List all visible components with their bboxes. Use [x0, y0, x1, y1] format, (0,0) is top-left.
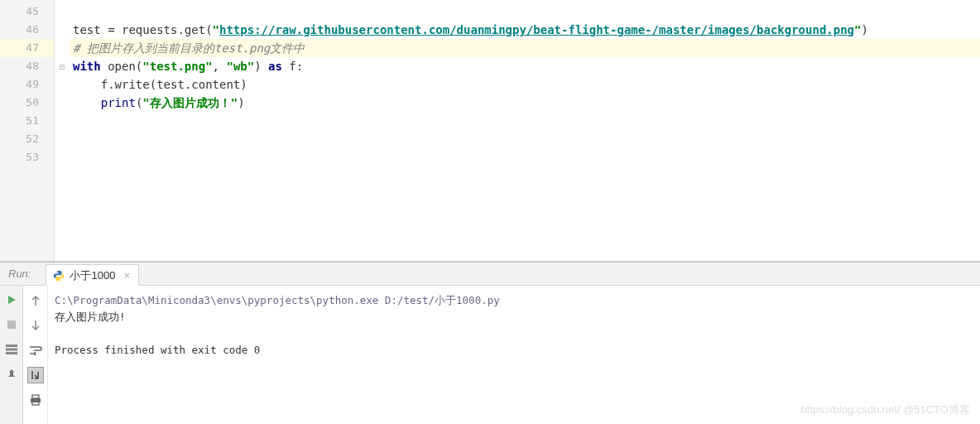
run-toolbar-primary	[0, 286, 23, 424]
fold-mark[interactable]: ⊟	[55, 57, 70, 75]
fold-mark	[55, 112, 70, 130]
code-editor[interactable]: 454647484950515253 ⊟ test = requests.get…	[0, 0, 980, 262]
code-line[interactable]	[70, 148, 980, 166]
line-number: 48	[0, 57, 54, 75]
fold-mark	[55, 39, 70, 57]
line-number: 50	[0, 94, 54, 112]
svg-point-0	[57, 271, 58, 272]
fold-mark	[55, 21, 70, 39]
fold-mark	[55, 94, 70, 112]
code-line[interactable]: with open("test.png", "wb") as f:	[70, 57, 980, 75]
run-panel: Run: 小于1000 ×	[0, 262, 980, 424]
run-toolbar-secondary	[23, 286, 48, 424]
fold-gutter: ⊟	[55, 0, 70, 261]
run-label: Run:	[8, 267, 31, 280]
stop-button[interactable]	[4, 317, 19, 332]
console-output[interactable]: C:\ProgramData\Miniconda3\envs\pyproject…	[48, 286, 980, 424]
python-icon	[53, 270, 65, 282]
rerun-button[interactable]	[4, 292, 19, 307]
svg-rect-6	[32, 395, 39, 398]
run-body: C:\ProgramData\Miniconda3\envs\pyproject…	[0, 286, 980, 424]
svg-point-1	[60, 278, 61, 279]
code-area[interactable]: test = requests.get("https://raw.githubu…	[70, 0, 980, 261]
svg-rect-3	[6, 344, 17, 347]
code-line[interactable]: test = requests.get("https://raw.githubu…	[70, 21, 980, 39]
line-number: 45	[0, 2, 54, 21]
svg-rect-8	[32, 402, 39, 405]
fold-mark	[55, 130, 70, 148]
line-number: 49	[0, 75, 54, 94]
console-command: C:\ProgramData\Miniconda3\envs\pyproject…	[55, 292, 980, 309]
up-arrow-icon[interactable]	[27, 292, 44, 309]
down-arrow-icon[interactable]	[27, 317, 44, 334]
line-number: 51	[0, 112, 54, 130]
line-gutter: 454647484950515253	[0, 0, 55, 261]
console-stdout: 存入图片成功!	[55, 309, 980, 325]
code-line[interactable]: print("存入图片成功！")	[70, 94, 980, 112]
layout-button[interactable]	[4, 342, 19, 357]
code-line[interactable]	[70, 2, 980, 21]
code-line[interactable]	[70, 130, 980, 148]
print-icon[interactable]	[27, 392, 44, 408]
close-icon[interactable]: ×	[123, 269, 130, 282]
run-tab[interactable]: 小于1000 ×	[46, 264, 139, 286]
line-number: 52	[0, 130, 54, 148]
svg-rect-2	[7, 320, 16, 329]
fold-mark	[55, 148, 70, 166]
soft-wrap-icon[interactable]	[27, 342, 44, 359]
console-exit: Process finished with exit code 0	[55, 342, 980, 359]
line-number: 47	[0, 39, 54, 57]
run-header: Run: 小于1000 ×	[0, 263, 980, 286]
svg-rect-5	[6, 352, 17, 354]
code-line[interactable]: f.write(test.content)	[70, 75, 980, 94]
svg-rect-4	[6, 349, 17, 351]
scroll-to-end-icon[interactable]	[27, 367, 44, 383]
code-line[interactable]: # 把图片存入到当前目录的test.png文件中	[70, 39, 980, 57]
line-number: 46	[0, 21, 54, 39]
run-tab-label: 小于1000	[70, 268, 115, 283]
fold-mark	[55, 2, 70, 21]
code-line[interactable]	[70, 112, 980, 130]
fold-mark	[55, 75, 70, 94]
line-number: 53	[0, 148, 54, 166]
pin-button[interactable]	[4, 367, 19, 382]
